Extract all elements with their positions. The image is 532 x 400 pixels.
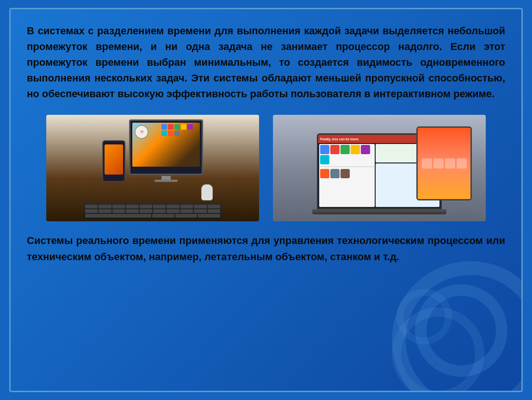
key xyxy=(153,205,166,208)
tablet-icon xyxy=(445,158,455,169)
app-icon xyxy=(330,145,340,154)
monitor: ⏰ xyxy=(129,119,203,175)
toolbar-text: Finally, less can be more. xyxy=(320,138,359,141)
tablet-icon xyxy=(433,158,444,169)
divider xyxy=(320,166,374,167)
image-desktop-setup: ⏰ xyxy=(46,115,259,221)
phone-device xyxy=(102,140,125,182)
key xyxy=(99,209,111,213)
tablet-icon xyxy=(422,158,432,169)
images-row: ⏰ xyxy=(27,115,505,221)
key xyxy=(153,209,166,213)
key xyxy=(126,209,138,213)
decorative-circle-1 xyxy=(415,284,507,377)
app-icon xyxy=(351,145,360,154)
tablet-icon xyxy=(457,158,467,169)
app-icon xyxy=(320,169,329,178)
key xyxy=(112,205,125,208)
key xyxy=(194,205,206,208)
phone-screen xyxy=(105,144,123,175)
key xyxy=(85,209,98,213)
app-icon xyxy=(330,169,340,178)
monitor-base xyxy=(155,180,178,182)
key xyxy=(140,209,152,213)
key xyxy=(126,205,138,208)
app-icon xyxy=(320,145,329,154)
left-panel xyxy=(319,144,375,207)
key xyxy=(208,209,220,213)
app-icon xyxy=(340,169,350,178)
monitor-group: ⏰ xyxy=(102,119,203,182)
keyboard-row xyxy=(85,205,220,208)
slide-container: В системах с разделением времени для вып… xyxy=(9,8,523,392)
monitor-stand xyxy=(161,176,171,180)
keyboard-row xyxy=(85,214,220,218)
keyboard xyxy=(83,203,222,219)
clock-widget: ⏰ xyxy=(135,125,148,139)
app-icon xyxy=(361,145,370,154)
laptop-group: Finally, less can be more. xyxy=(291,122,467,214)
key xyxy=(167,209,179,213)
key xyxy=(194,209,206,213)
key xyxy=(167,205,179,208)
mouse xyxy=(201,184,213,200)
key xyxy=(85,205,98,208)
image-laptop-setup: Finally, less can be more. xyxy=(273,115,486,221)
key xyxy=(175,214,198,218)
tablet-device xyxy=(416,126,472,200)
app-icon xyxy=(340,145,350,154)
icon-row xyxy=(320,169,374,178)
app-icon xyxy=(320,155,329,164)
bottom-text-block: Системы реального времени применяются дл… xyxy=(27,233,505,264)
key xyxy=(198,214,220,218)
key xyxy=(180,209,193,213)
laptop-base xyxy=(312,209,446,214)
key xyxy=(180,205,193,208)
key xyxy=(208,205,220,208)
main-text-block: В системах с разделением времени для вып… xyxy=(27,23,505,102)
spacebar xyxy=(85,214,151,218)
key xyxy=(140,205,152,208)
key xyxy=(99,205,111,208)
decorative-circle-2 xyxy=(396,289,452,344)
keyboard-row xyxy=(85,209,220,213)
icon-row xyxy=(320,145,374,164)
key xyxy=(112,209,125,213)
tablet-screen xyxy=(418,128,470,199)
monitor-screen: ⏰ xyxy=(132,123,200,167)
key xyxy=(152,214,174,218)
